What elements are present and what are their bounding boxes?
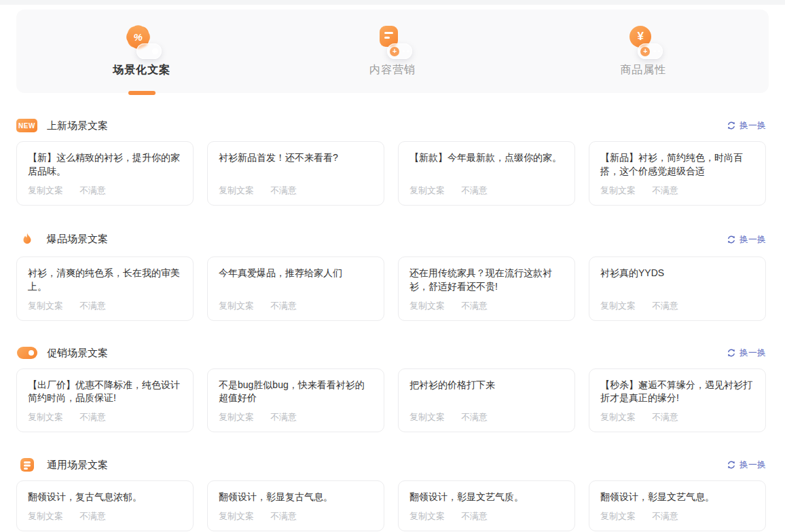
- copy-text: 【出厂价】优惠不降标准，纯色设计简约时尚，品质保证!: [28, 379, 182, 406]
- dislike-button[interactable]: 不满意: [79, 300, 106, 312]
- tab-bar: 场景化文案 内容营销 商品属性: [16, 10, 769, 93]
- refresh-button[interactable]: 换一换: [727, 233, 766, 246]
- refresh-label: 换一换: [740, 119, 766, 132]
- dislike-button[interactable]: 不满意: [270, 300, 297, 312]
- tab-label: 内容营销: [369, 63, 416, 77]
- copy-text: 还在用传统家具？现在流行这款衬衫，舒适好看还不贵!: [409, 267, 564, 294]
- dislike-button[interactable]: 不满意: [461, 185, 488, 197]
- copy-card: 把衬衫的价格打下来 复制文案 不满意: [398, 368, 575, 433]
- copy-card: 翻领设计，彰显文艺气质。 复制文案 不满意: [398, 480, 575, 531]
- dislike-button[interactable]: 不满意: [461, 300, 488, 312]
- copy-button[interactable]: 复制文案: [28, 411, 63, 423]
- section-hot-product: 爆品场景文案 换一换 衬衫，清爽的纯色系，长在我的审美上。 复制文案 不满意 今…: [0, 231, 785, 321]
- copy-button[interactable]: 复制文案: [409, 510, 445, 522]
- copy-button[interactable]: 复制文案: [409, 300, 445, 312]
- dislike-button[interactable]: 不满意: [270, 510, 297, 522]
- document-gamepad-icon: [377, 24, 408, 57]
- copy-text: 【新品】衬衫，简约纯色，时尚百搭，这个价感觉超级合适: [600, 151, 754, 178]
- copy-card: 【新品】衬衫，简约纯色，时尚百搭，这个价感觉超级合适 复制文案 不满意: [589, 141, 766, 206]
- copy-text: 不是bug胜似bug，快来看看衬衫的超值好价: [219, 379, 373, 406]
- refresh-button[interactable]: 换一换: [727, 459, 766, 471]
- dislike-button[interactable]: 不满意: [461, 510, 488, 522]
- copy-text: 衬衫真的YYDS: [600, 267, 754, 280]
- dislike-button[interactable]: 不满意: [79, 411, 106, 423]
- dislike-button[interactable]: 不满意: [652, 185, 678, 197]
- new-badge-icon: NEW: [16, 119, 37, 132]
- glass-gamepad-overlay-icon: [638, 43, 663, 59]
- copy-text: 衬衫，清爽的纯色系，长在我的审美上。: [28, 267, 182, 294]
- flame-icon: [20, 231, 35, 248]
- glass-toggle-overlay-icon: [136, 43, 162, 59]
- copy-card: 【秒杀】邂逅不算缘分，遇见衬衫打折才是真正的缘分! 复制文案 不满意: [589, 368, 766, 433]
- copy-button[interactable]: 复制文案: [219, 510, 254, 522]
- glass-gamepad-overlay-icon: [387, 43, 412, 59]
- dislike-button[interactable]: 不满意: [461, 411, 488, 423]
- copy-button[interactable]: 复制文案: [409, 185, 445, 197]
- refresh-button[interactable]: 换一换: [727, 119, 766, 132]
- dislike-button[interactable]: 不满意: [79, 185, 106, 197]
- dislike-button[interactable]: 不满意: [652, 300, 678, 312]
- refresh-icon: [727, 235, 736, 244]
- copy-text: 把衬衫的价格打下来: [409, 379, 564, 392]
- copy-card: 衬衫，清爽的纯色系，长在我的审美上。 复制文案 不满意: [16, 256, 194, 321]
- copy-button[interactable]: 复制文案: [28, 510, 63, 522]
- copy-card: 【出厂价】优惠不降标准，纯色设计简约时尚，品质保证! 复制文案 不满意: [16, 368, 194, 433]
- copy-text: 今年真爱爆品，推荐给家人们: [219, 267, 373, 280]
- dislike-button[interactable]: 不满意: [652, 411, 678, 423]
- copy-card: 衬衫真的YYDS 复制文案 不满意: [589, 256, 766, 321]
- top-divider: [0, 0, 785, 5]
- section-general: 通用场景文案 换一换 翻领设计，复古气息浓郁。 复制文案 不满意 翻领设计，彰显…: [0, 458, 785, 531]
- copy-text: 翻领设计，彰显文艺气质。: [409, 491, 564, 504]
- refresh-icon: [727, 460, 736, 470]
- copy-button[interactable]: 复制文案: [219, 185, 254, 197]
- copy-button[interactable]: 复制文案: [219, 411, 254, 423]
- copy-button[interactable]: 复制文案: [28, 300, 63, 312]
- copy-button[interactable]: 复制文案: [219, 300, 254, 312]
- tab-label: 商品属性: [620, 63, 666, 77]
- refresh-label: 换一换: [740, 347, 766, 359]
- section-title: 爆品场景文案: [47, 233, 108, 246]
- tab-scene-copy[interactable]: 场景化文案: [16, 10, 267, 93]
- copy-card: 翻领设计，彰显复古气息。 复制文案 不满意: [207, 480, 384, 531]
- copy-card: 还在用传统家具？现在流行这款衬衫，舒适好看还不贵! 复制文案 不满意: [398, 256, 575, 321]
- copy-card: 翻领设计，复古气息浓郁。 复制文案 不满意: [16, 480, 194, 531]
- refresh-label: 换一换: [740, 459, 766, 471]
- copy-text: 衬衫新品首发！还不来看看?: [219, 151, 373, 165]
- dislike-button[interactable]: 不满意: [270, 185, 297, 197]
- section-promotion: 促销场景文案 换一换 【出厂价】优惠不降标准，纯色设计简约时尚，品质保证! 复制…: [0, 347, 785, 433]
- tab-content-marketing[interactable]: 内容营销: [267, 10, 517, 93]
- percent-seal-icon: [126, 24, 158, 57]
- copy-text: 翻领设计，复古气息浓郁。: [28, 491, 182, 504]
- price-tag-icon: [17, 347, 37, 359]
- note-lines-icon: [20, 458, 34, 472]
- copy-card: 今年真爱爆品，推荐给家人们 复制文案 不满意: [207, 256, 384, 321]
- section-new-arrival: NEW 上新场景文案 换一换 【新】这么精致的衬衫，提升你的家居品味。 复制文案…: [0, 119, 785, 206]
- yuan-coin-gamepad-icon: [627, 24, 659, 57]
- copy-card: 衬衫新品首发！还不来看看? 复制文案 不满意: [207, 141, 384, 206]
- copy-button[interactable]: 复制文案: [600, 185, 636, 197]
- copy-button[interactable]: 复制文案: [28, 185, 63, 197]
- refresh-button[interactable]: 换一换: [727, 347, 766, 359]
- refresh-icon: [727, 348, 736, 358]
- dislike-button[interactable]: 不满意: [79, 510, 106, 522]
- copy-button[interactable]: 复制文案: [600, 300, 636, 312]
- active-tab-underline: [128, 91, 156, 95]
- copy-card: 【新款】今年最新款，点缀你的家。 复制文案 不满意: [398, 141, 575, 206]
- tab-product-attributes[interactable]: 商品属性: [518, 10, 769, 93]
- tab-label: 场景化文案: [113, 63, 170, 77]
- copy-text: 【新款】今年最新款，点缀你的家。: [409, 151, 564, 165]
- section-title: 通用场景文案: [47, 459, 108, 472]
- copy-button[interactable]: 复制文案: [600, 411, 636, 423]
- copy-text: 翻领设计，彰显文艺气息。: [600, 491, 754, 504]
- copy-button[interactable]: 复制文案: [600, 510, 636, 522]
- copy-button[interactable]: 复制文案: [409, 411, 445, 423]
- dislike-button[interactable]: 不满意: [270, 411, 297, 423]
- copy-text: 【秒杀】邂逅不算缘分，遇见衬衫打折才是真正的缘分!: [600, 379, 754, 406]
- copy-text: 【新】这么精致的衬衫，提升你的家居品味。: [28, 151, 182, 178]
- refresh-icon: [727, 121, 736, 130]
- refresh-label: 换一换: [740, 233, 766, 246]
- copy-card: 【新】这么精致的衬衫，提升你的家居品味。 复制文案 不满意: [16, 141, 194, 206]
- section-title: 促销场景文案: [47, 347, 108, 360]
- dislike-button[interactable]: 不满意: [652, 510, 678, 522]
- copy-card: 不是bug胜似bug，快来看看衬衫的超值好价 复制文案 不满意: [207, 368, 384, 433]
